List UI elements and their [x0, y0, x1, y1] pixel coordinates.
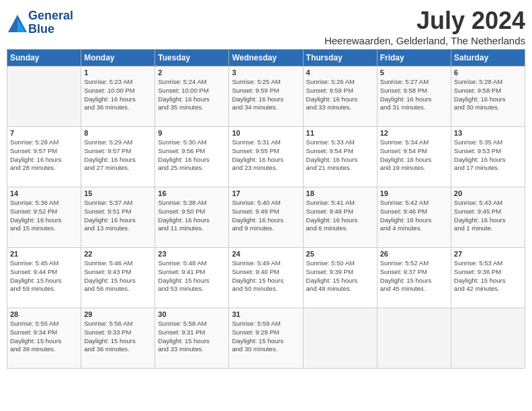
- calendar-cell: 24Sunrise: 5:49 AMSunset: 9:40 PMDayligh…: [229, 248, 303, 308]
- calendar-cell: 10Sunrise: 5:31 AMSunset: 9:55 PMDayligh…: [229, 127, 303, 187]
- calendar-cell: [303, 308, 377, 369]
- calendar-cell: 4Sunrise: 5:26 AMSunset: 9:59 PMDaylight…: [303, 66, 377, 127]
- calendar-cell: [451, 308, 525, 369]
- day-number: 16: [158, 189, 226, 197]
- day-info: Sunrise: 5:58 AMSunset: 9:31 PMDaylight:…: [158, 320, 226, 354]
- day-info: Sunrise: 5:43 AMSunset: 9:45 PMDaylight:…: [454, 199, 522, 233]
- day-number: 17: [232, 189, 300, 197]
- calendar-cell: 31Sunrise: 5:59 AMSunset: 9:29 PMDayligh…: [229, 308, 303, 369]
- day-info: Sunrise: 5:23 AMSunset: 10:00 PMDaylight…: [84, 78, 152, 112]
- day-info: Sunrise: 5:50 AMSunset: 9:39 PMDaylight:…: [306, 259, 374, 293]
- calendar-cell: 25Sunrise: 5:50 AMSunset: 9:39 PMDayligh…: [303, 248, 377, 308]
- day-info: Sunrise: 5:56 AMSunset: 9:33 PMDaylight:…: [84, 320, 152, 354]
- day-info: Sunrise: 5:52 AMSunset: 9:37 PMDaylight:…: [380, 259, 448, 293]
- calendar-week-5: 28Sunrise: 5:55 AMSunset: 9:34 PMDayligh…: [7, 308, 525, 369]
- day-number: 5: [380, 68, 448, 77]
- day-number: 1: [84, 68, 152, 77]
- day-info: Sunrise: 5:35 AMSunset: 9:53 PMDaylight:…: [454, 138, 522, 173]
- calendar-cell: [7, 66, 81, 127]
- day-info: Sunrise: 5:33 AMSunset: 9:54 PMDaylight:…: [306, 138, 374, 173]
- calendar-cell: 9Sunrise: 5:30 AMSunset: 9:56 PMDaylight…: [155, 127, 229, 187]
- logo-icon: [7, 13, 26, 32]
- calendar-cell: 16Sunrise: 5:38 AMSunset: 9:50 PMDayligh…: [155, 187, 229, 248]
- day-info: Sunrise: 5:27 AMSunset: 9:58 PMDaylight:…: [380, 78, 448, 112]
- day-number: 22: [84, 250, 152, 258]
- day-header-sunday: Sunday: [7, 50, 81, 66]
- calendar-cell: 1Sunrise: 5:23 AMSunset: 10:00 PMDayligh…: [81, 66, 155, 127]
- day-info: Sunrise: 5:41 AMSunset: 9:48 PMDaylight:…: [306, 199, 374, 233]
- day-info: Sunrise: 5:59 AMSunset: 9:29 PMDaylight:…: [232, 320, 300, 354]
- day-info: Sunrise: 5:26 AMSunset: 9:59 PMDaylight:…: [306, 78, 374, 112]
- calendar-cell: 19Sunrise: 5:42 AMSunset: 9:46 PMDayligh…: [377, 187, 451, 248]
- day-number: 15: [84, 189, 152, 197]
- day-number: 3: [232, 68, 300, 77]
- day-info: Sunrise: 5:46 AMSunset: 9:43 PMDaylight:…: [84, 259, 152, 293]
- day-number: 10: [232, 129, 300, 137]
- calendar-cell: 23Sunrise: 5:48 AMSunset: 9:41 PMDayligh…: [155, 248, 229, 308]
- logo-text: General Blue: [28, 9, 73, 36]
- day-number: 27: [454, 250, 522, 258]
- day-info: Sunrise: 5:34 AMSunset: 9:54 PMDaylight:…: [380, 138, 448, 173]
- month-title: July 2024: [324, 7, 525, 35]
- day-number: 7: [10, 129, 78, 137]
- calendar-cell: 12Sunrise: 5:34 AMSunset: 9:54 PMDayligh…: [377, 127, 451, 187]
- day-info: Sunrise: 5:28 AMSunset: 9:58 PMDaylight:…: [454, 78, 522, 112]
- day-info: Sunrise: 5:29 AMSunset: 9:57 PMDaylight:…: [84, 138, 152, 173]
- calendar-cell: 27Sunrise: 5:53 AMSunset: 9:36 PMDayligh…: [451, 248, 525, 308]
- calendar-cell: 30Sunrise: 5:58 AMSunset: 9:31 PMDayligh…: [155, 308, 229, 369]
- day-number: 11: [306, 129, 374, 137]
- day-header-friday: Friday: [377, 50, 451, 66]
- calendar-cell: 6Sunrise: 5:28 AMSunset: 9:58 PMDaylight…: [451, 66, 525, 127]
- day-number: 21: [10, 250, 78, 258]
- calendar-cell: 22Sunrise: 5:46 AMSunset: 9:43 PMDayligh…: [81, 248, 155, 308]
- day-info: Sunrise: 5:38 AMSunset: 9:50 PMDaylight:…: [158, 199, 226, 233]
- day-info: Sunrise: 5:36 AMSunset: 9:52 PMDaylight:…: [10, 199, 78, 233]
- calendar-cell: 14Sunrise: 5:36 AMSunset: 9:52 PMDayligh…: [7, 187, 81, 248]
- calendar-cell: 26Sunrise: 5:52 AMSunset: 9:37 PMDayligh…: [377, 248, 451, 308]
- calendar-body: 1Sunrise: 5:23 AMSunset: 10:00 PMDayligh…: [7, 66, 525, 369]
- day-header-monday: Monday: [81, 50, 155, 66]
- day-header-saturday: Saturday: [451, 50, 525, 66]
- calendar-week-1: 1Sunrise: 5:23 AMSunset: 10:00 PMDayligh…: [7, 66, 525, 127]
- day-number: 8: [84, 129, 152, 137]
- day-number: 6: [454, 68, 522, 77]
- calendar-cell: 7Sunrise: 5:28 AMSunset: 9:57 PMDaylight…: [7, 127, 81, 187]
- calendar-cell: 3Sunrise: 5:25 AMSunset: 9:59 PMDaylight…: [229, 66, 303, 127]
- calendar-cell: 2Sunrise: 5:24 AMSunset: 10:00 PMDayligh…: [155, 66, 229, 127]
- page-header: General Blue July 2024 Heerewaarden, Gel…: [7, 7, 525, 46]
- calendar-cell: 17Sunrise: 5:40 AMSunset: 9:49 PMDayligh…: [229, 187, 303, 248]
- calendar-cell: 15Sunrise: 5:37 AMSunset: 9:51 PMDayligh…: [81, 187, 155, 248]
- calendar-cell: 21Sunrise: 5:45 AMSunset: 9:44 PMDayligh…: [7, 248, 81, 308]
- calendar-week-4: 21Sunrise: 5:45 AMSunset: 9:44 PMDayligh…: [7, 248, 525, 308]
- day-number: 18: [306, 189, 374, 197]
- calendar-cell: 13Sunrise: 5:35 AMSunset: 9:53 PMDayligh…: [451, 127, 525, 187]
- title-block: July 2024 Heerewaarden, Gelderland, The …: [324, 7, 525, 46]
- calendar-cell: 11Sunrise: 5:33 AMSunset: 9:54 PMDayligh…: [303, 127, 377, 187]
- calendar-week-3: 14Sunrise: 5:36 AMSunset: 9:52 PMDayligh…: [7, 187, 525, 248]
- day-info: Sunrise: 5:45 AMSunset: 9:44 PMDaylight:…: [10, 259, 78, 293]
- calendar-cell: 18Sunrise: 5:41 AMSunset: 9:48 PMDayligh…: [303, 187, 377, 248]
- day-number: 13: [454, 129, 522, 137]
- day-info: Sunrise: 5:37 AMSunset: 9:51 PMDaylight:…: [84, 199, 152, 233]
- day-number: 23: [158, 250, 226, 258]
- day-info: Sunrise: 5:48 AMSunset: 9:41 PMDaylight:…: [158, 259, 226, 293]
- calendar-cell: 5Sunrise: 5:27 AMSunset: 9:58 PMDaylight…: [377, 66, 451, 127]
- day-info: Sunrise: 5:49 AMSunset: 9:40 PMDaylight:…: [232, 259, 300, 293]
- day-info: Sunrise: 5:24 AMSunset: 10:00 PMDaylight…: [158, 78, 226, 112]
- day-header-wednesday: Wednesday: [229, 50, 303, 66]
- day-header-tuesday: Tuesday: [155, 50, 229, 66]
- day-info: Sunrise: 5:40 AMSunset: 9:49 PMDaylight:…: [232, 199, 300, 233]
- day-info: Sunrise: 5:25 AMSunset: 9:59 PMDaylight:…: [232, 78, 300, 112]
- location-title: Heerewaarden, Gelderland, The Netherland…: [324, 35, 525, 46]
- day-header-thursday: Thursday: [303, 50, 377, 66]
- day-number: 19: [380, 189, 448, 197]
- day-info: Sunrise: 5:31 AMSunset: 9:55 PMDaylight:…: [232, 138, 300, 173]
- day-number: 4: [306, 68, 374, 77]
- day-number: 26: [380, 250, 448, 258]
- day-number: 12: [380, 129, 448, 137]
- logo: General Blue: [7, 9, 73, 36]
- day-info: Sunrise: 5:42 AMSunset: 9:46 PMDaylight:…: [380, 199, 448, 233]
- day-number: 28: [10, 310, 78, 318]
- day-number: 31: [232, 310, 300, 318]
- calendar-week-2: 7Sunrise: 5:28 AMSunset: 9:57 PMDaylight…: [7, 127, 525, 187]
